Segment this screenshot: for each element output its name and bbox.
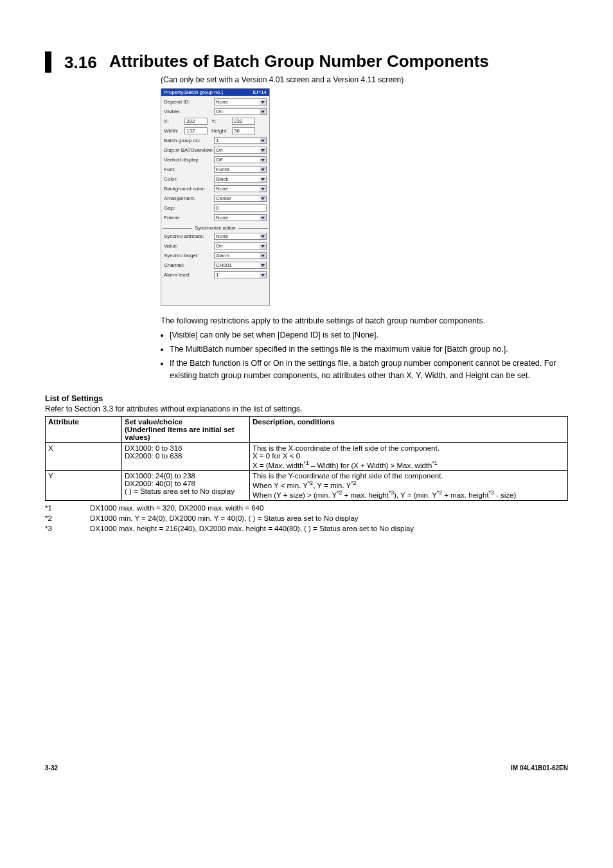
field-x[interactable]: 282	[184, 118, 208, 125]
table-row: YDX1000: 24(0) to 238 DX2000: 40(0) to 4…	[46, 471, 568, 501]
footnotes: *1DX1000 max. width = 320, DX2000 max. w…	[45, 503, 568, 534]
label-y: Y:	[211, 118, 232, 124]
chevron-down-icon	[261, 188, 265, 190]
doc-id: IM 04L41B01-62EN	[511, 764, 568, 772]
chevron-down-icon	[261, 197, 265, 200]
field-batch-group-no[interactable]: 1	[214, 137, 267, 144]
restriction-list: [Visible] can only be set when [Depend I…	[161, 329, 568, 381]
chevron-down-icon	[261, 245, 265, 248]
cell-attribute: Y	[46, 471, 122, 501]
footnote: *1DX1000 max. width = 320, DX2000 max. w…	[45, 503, 568, 513]
list-item: If the Batch function is Off or On in th…	[170, 357, 568, 381]
label-bgcolor: Background color:	[164, 186, 214, 192]
version-note: (Can only be set with a Version 4.01 scr…	[161, 75, 568, 84]
cell-attribute: X	[46, 442, 122, 471]
label-sync-channel: Channel:	[164, 262, 214, 268]
label-font: Font:	[164, 167, 214, 172]
field-sync-target[interactable]: Alarm	[214, 252, 267, 259]
sync-group-label: Synchronize action	[163, 225, 268, 231]
chevron-down-icon	[261, 217, 265, 219]
chevron-down-icon	[261, 168, 265, 171]
chapter-heading: 3.16 Attributes of Batch Group Number Co…	[45, 51, 568, 73]
th-description: Description, conditions	[250, 416, 568, 442]
label-visible: Visible:	[164, 109, 214, 114]
panel-title: Property(Batch group no.)	[164, 89, 223, 95]
label-batch-group-no: Batch group no:	[164, 138, 214, 143]
label-gap: Gap:	[164, 205, 214, 211]
field-sync-value[interactable]: On	[214, 242, 267, 249]
label-height: Height:	[211, 128, 232, 134]
chevron-down-icon	[261, 111, 265, 113]
label-disp-bat: Disp.in BATOverview:	[164, 147, 214, 153]
field-bgcolor[interactable]: None	[214, 185, 267, 192]
cell-description: This is the Y-coordinate of the right si…	[250, 471, 568, 501]
chevron-down-icon	[261, 101, 265, 104]
field-sync-attr[interactable]: None	[214, 233, 267, 240]
field-sync-channel[interactable]: CH001	[214, 262, 267, 269]
label-x: X:	[164, 118, 184, 124]
label-sync-value: Value:	[164, 243, 214, 249]
footnote: *3DX1000 max. height = 216(240), DX2000 …	[45, 523, 568, 534]
chapter-number: 3.16	[64, 51, 109, 73]
field-gap[interactable]: 0	[214, 204, 267, 212]
field-arrangement[interactable]: Center	[214, 195, 267, 202]
field-depend-id[interactable]: None	[214, 98, 267, 105]
label-vdisp: Vertical display:	[164, 157, 214, 163]
property-panel: Property(Batch group no.) ID=14 Depend I…	[161, 88, 270, 306]
label-color: Color:	[164, 176, 214, 182]
chevron-down-icon	[261, 140, 265, 142]
cell-description: This is the X-coordinate of the left sid…	[250, 442, 568, 471]
list-item: [Visible] can only be set when [Depend I…	[170, 329, 568, 341]
accent-bar	[45, 51, 51, 73]
th-setvalue: Set value/choice (Underlined items are i…	[122, 416, 250, 442]
chevron-down-icon	[261, 178, 265, 181]
panel-id: ID=14	[253, 89, 267, 95]
field-width[interactable]: 132	[184, 127, 208, 134]
label-width: Width:	[164, 128, 184, 134]
label-depend-id: Depend ID:	[164, 99, 214, 105]
page-footer: 3-32 IM 04L41B01-62EN	[45, 764, 568, 772]
cell-setvalue: DX1000: 0 to 318 DX2000: 0 to 638	[122, 442, 250, 471]
page-number: 3-32	[45, 764, 58, 772]
label-sync-alarm: Alarm level:	[164, 272, 214, 278]
chevron-down-icon	[261, 274, 265, 276]
chapter-title: Attributes of Batch Group Number Compone…	[109, 51, 489, 71]
field-height[interactable]: 36	[232, 127, 255, 134]
label-sync-target: Synchro target:	[164, 253, 214, 258]
chevron-down-icon	[261, 149, 265, 152]
label-frame: Frame:	[164, 215, 214, 221]
footnote: *2DX1000 min. Y = 24(0), DX2000 min. Y =…	[45, 513, 568, 523]
field-disp-bat[interactable]: On	[214, 147, 267, 154]
chevron-down-icon	[261, 159, 265, 161]
field-visible[interactable]: On	[214, 108, 267, 115]
field-vdisp[interactable]: Off	[214, 156, 267, 163]
label-arrangement: Arrangement:	[164, 195, 214, 201]
label-sync-attr: Synchro attribute:	[164, 233, 214, 239]
field-color[interactable]: Black	[214, 176, 267, 183]
field-font[interactable]: Font8	[214, 166, 267, 173]
field-sync-alarm[interactable]: 1	[214, 271, 267, 278]
settings-table: Attribute Set value/choice (Underlined i…	[45, 416, 568, 501]
refer-note: Refer to Section 3.3 for attributes with…	[45, 404, 568, 413]
cell-setvalue: DX1000: 24(0) to 238 DX2000: 40(0) to 47…	[122, 471, 250, 501]
table-row: XDX1000: 0 to 318 DX2000: 0 to 638This i…	[46, 442, 568, 471]
field-y[interactable]: 232	[232, 118, 255, 125]
chevron-down-icon	[261, 255, 265, 257]
panel-titlebar: Property(Batch group no.) ID=14	[161, 89, 269, 96]
th-attribute: Attribute	[46, 416, 122, 442]
field-frame[interactable]: None	[214, 214, 267, 221]
list-item: The MultiBatch number specified in the s…	[170, 343, 568, 355]
chevron-down-icon	[261, 264, 265, 267]
intro-text: The following restrictions apply to the …	[161, 315, 568, 327]
chevron-down-icon	[261, 235, 265, 238]
list-of-settings-heading: List of Settings	[45, 394, 568, 403]
